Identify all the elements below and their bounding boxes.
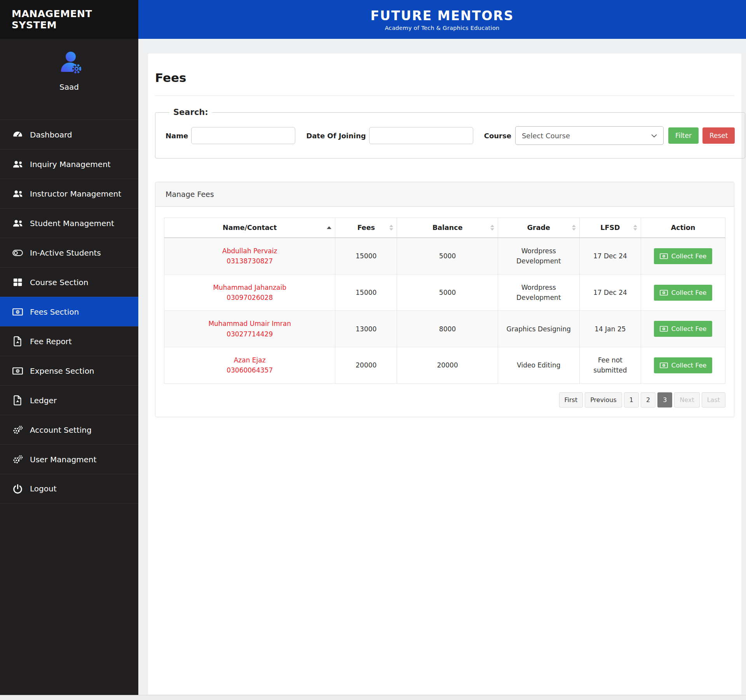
sidebar-item-fees-section[interactable]: Fees Section bbox=[0, 297, 138, 326]
pagination-page-2-button[interactable]: 2 bbox=[641, 392, 655, 407]
sidebar-item-inquiry-management[interactable]: Inquiry Management bbox=[0, 149, 138, 179]
sidebar-item-dashboard[interactable]: Dashboard bbox=[0, 120, 138, 149]
reset-button[interactable]: Reset bbox=[702, 127, 735, 144]
name-contact-cell: Azan Ejaz 03060064357 bbox=[164, 347, 335, 384]
balance-cell: 8000 bbox=[397, 311, 498, 347]
content-card: Fees Search: Name Date Of Joining Course… bbox=[148, 54, 741, 695]
student-name-link[interactable]: Muhammad Umair Imran 03027714429 bbox=[208, 320, 291, 338]
grade-cell: Wordpress Development bbox=[498, 274, 579, 311]
horizontal-scrollbar[interactable] bbox=[0, 695, 746, 700]
collect-fee-button[interactable]: Collect Fee bbox=[654, 248, 713, 264]
name-input[interactable] bbox=[191, 127, 295, 144]
pdf-file-icon bbox=[12, 395, 23, 406]
table-row: Azan Ejaz 03060064357 20000 20000 Video … bbox=[164, 347, 725, 384]
grade-cell: Graphics Designing bbox=[498, 311, 579, 347]
user-profile: Saad bbox=[0, 39, 138, 120]
sidebar-item-label: In-Active Students bbox=[30, 248, 101, 258]
money-bill-icon bbox=[12, 306, 23, 318]
pagination-page-1-button[interactable]: 1 bbox=[624, 392, 639, 407]
balance-cell: 5000 bbox=[397, 238, 498, 274]
student-name-link[interactable]: Azan Ejaz 03060064357 bbox=[227, 356, 273, 374]
column-header-balance[interactable]: Balance bbox=[397, 218, 498, 238]
column-header-grade[interactable]: Grade bbox=[498, 218, 579, 238]
name-contact-cell: Muhammad Jahanzaib 03097026028 bbox=[164, 274, 335, 311]
filter-button[interactable]: Filter bbox=[668, 127, 699, 144]
page-title: Fees bbox=[155, 71, 734, 85]
sidebar-item-label: Course Section bbox=[30, 278, 89, 287]
action-cell: Collect Fee bbox=[641, 238, 725, 274]
main-content: Fees Search: Name Date Of Joining Course… bbox=[138, 39, 746, 700]
pdf-file-icon bbox=[12, 336, 23, 347]
cogs-icon bbox=[12, 454, 23, 465]
sidebar-nav: Dashboard Inquiry Management Instructor … bbox=[0, 120, 138, 503]
table-row: Muhammad Umair Imran 03027714429 13000 8… bbox=[164, 311, 725, 347]
table-row: Abdullah Pervaiz 03138730827 15000 5000 … bbox=[164, 238, 725, 274]
sidebar-item-account-setting[interactable]: Account Setting bbox=[0, 415, 138, 444]
sidebar-item-label: User Managment bbox=[30, 455, 96, 464]
sidebar-item-label: Account Setting bbox=[30, 425, 92, 435]
manage-fees-body: Name/Contact Fees Balance bbox=[155, 207, 734, 417]
sort-icon bbox=[633, 225, 637, 231]
lfsd-cell: 14 Jan 25 bbox=[579, 311, 641, 347]
app-title: MANAGEMENT SYSTEM bbox=[12, 8, 138, 31]
sidebar-item-expense-section[interactable]: Expense Section bbox=[0, 356, 138, 385]
balance-cell: 20000 bbox=[397, 347, 498, 384]
top-header: FUTURE MENTORS Academy of Tech & Graphic… bbox=[138, 0, 746, 39]
course-select[interactable]: Select Course bbox=[515, 126, 664, 145]
pagination-next-button: Next bbox=[674, 392, 699, 407]
brand-logo: FUTURE MENTORS bbox=[371, 8, 514, 23]
grade-cell: Wordpress Development bbox=[498, 238, 579, 274]
column-header-name-contact[interactable]: Name/Contact bbox=[164, 218, 335, 238]
lfsd-cell: 17 Dec 24 bbox=[579, 274, 641, 311]
sidebar-item-logout[interactable]: Logout bbox=[0, 474, 138, 503]
student-name-link[interactable]: Abdullah Pervaiz 03138730827 bbox=[222, 247, 277, 265]
balance-cell: 5000 bbox=[397, 274, 498, 311]
name-label: Name bbox=[166, 132, 188, 140]
action-cell: Collect Fee bbox=[641, 347, 725, 384]
student-name-link[interactable]: Muhammad Jahanzaib 03097026028 bbox=[213, 284, 286, 301]
sidebar-item-instructor-management[interactable]: Instructor Management bbox=[0, 179, 138, 208]
toggle-off-icon bbox=[12, 247, 23, 259]
manage-fees-title: Manage Fees bbox=[155, 182, 734, 207]
column-header-lfsd[interactable]: LFSD bbox=[579, 218, 641, 238]
pagination-previous-button[interactable]: Previous bbox=[585, 392, 622, 407]
column-header-fees[interactable]: Fees bbox=[335, 218, 397, 238]
money-bill-icon bbox=[660, 253, 668, 259]
sidebar-item-inactive-students[interactable]: In-Active Students bbox=[0, 238, 138, 267]
manage-fees-card: Manage Fees Name/Contact bbox=[155, 182, 734, 417]
sidebar-item-label: Student Management bbox=[30, 219, 114, 228]
name-contact-cell: Muhammad Umair Imran 03027714429 bbox=[164, 311, 335, 347]
money-bill-icon bbox=[12, 365, 23, 377]
power-icon bbox=[12, 483, 23, 495]
name-contact-cell: Abdullah Pervaiz 03138730827 bbox=[164, 238, 335, 274]
sidebar-item-label: Inquiry Management bbox=[30, 160, 111, 169]
pagination-last-button: Last bbox=[702, 392, 725, 407]
chevron-down-icon bbox=[651, 134, 657, 138]
date-of-joining-label: Date Of Joining bbox=[306, 132, 366, 140]
sidebar-item-course-section[interactable]: Course Section bbox=[0, 267, 138, 297]
fees-table: Name/Contact Fees Balance bbox=[164, 218, 725, 384]
pagination-page-3-button[interactable]: 3 bbox=[657, 392, 672, 407]
pagination-first-button[interactable]: First bbox=[559, 392, 583, 407]
collect-fee-button[interactable]: Collect Fee bbox=[654, 285, 713, 301]
sidebar-item-ledger[interactable]: Ledger bbox=[0, 385, 138, 415]
sidebar-item-label: Fees Section bbox=[30, 307, 79, 317]
date-of-joining-input[interactable] bbox=[369, 127, 473, 144]
sidebar-item-fee-report[interactable]: Fee Report bbox=[0, 326, 138, 356]
sidebar: MANAGEMENT SYSTEM Saad Dashboard Inquiry… bbox=[0, 0, 138, 700]
sidebar-item-user-management[interactable]: User Managment bbox=[0, 444, 138, 474]
collect-fee-button[interactable]: Collect Fee bbox=[654, 357, 713, 373]
sidebar-item-label: Fee Report bbox=[30, 337, 72, 346]
fees-cell: 20000 bbox=[335, 347, 397, 384]
dashboard-icon bbox=[12, 129, 23, 141]
column-header-action: Action bbox=[641, 218, 725, 238]
action-cell: Collect Fee bbox=[641, 311, 725, 347]
cogs-icon bbox=[12, 424, 23, 436]
search-form: Name Date Of Joining Course Select Cours… bbox=[166, 126, 735, 145]
sidebar-item-student-management[interactable]: Student Management bbox=[0, 208, 138, 238]
collect-fee-button[interactable]: Collect Fee bbox=[654, 321, 713, 337]
user-avatar-icon bbox=[55, 49, 83, 77]
sort-icon bbox=[389, 225, 393, 231]
table-header-row: Name/Contact Fees Balance bbox=[164, 218, 725, 238]
users-icon bbox=[12, 158, 23, 170]
